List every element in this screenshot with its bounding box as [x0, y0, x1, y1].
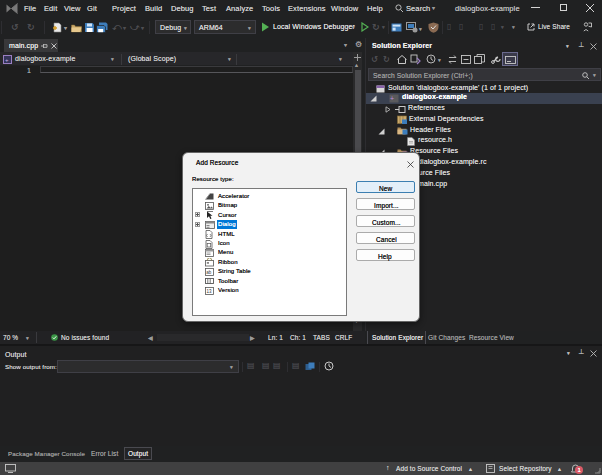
- svg-text:ab: ab: [206, 269, 212, 274]
- svg-text:+: +: [390, 95, 394, 102]
- svg-text:+: +: [5, 57, 9, 63]
- svg-text:13: 13: [207, 288, 213, 293]
